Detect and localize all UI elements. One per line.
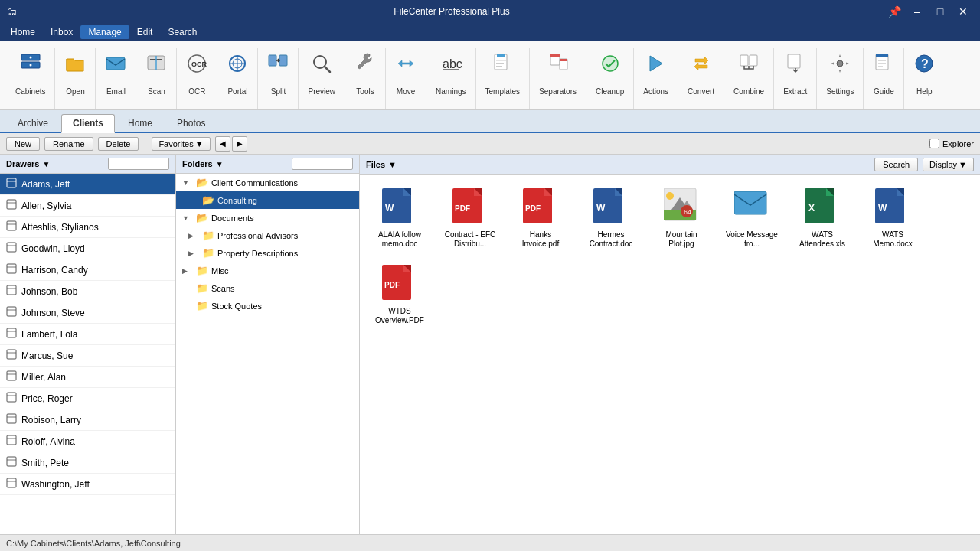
drawer-label: Robison, Larry: [21, 415, 81, 425]
tab-home[interactable]: Home: [116, 114, 164, 132]
new-button[interactable]: New: [6, 137, 40, 151]
explorer-check[interactable]: Explorer: [929, 139, 974, 148]
file-icon-wrap: W: [873, 187, 913, 227]
drawers-search-input[interactable]: [108, 158, 169, 170]
ribbon-separators-button[interactable]: Separators: [533, 48, 583, 97]
drawer-item-washington[interactable]: Washington, Jeff: [0, 474, 175, 495]
svg-marker-29: [650, 56, 662, 71]
ribbon-move-button[interactable]: Move: [389, 48, 423, 97]
ribbon-scan-button[interactable]: Scan: [139, 48, 173, 97]
folder-label: Stock Quotes: [211, 302, 262, 311]
drawer-item-goodwin[interactable]: Goodwin, Lloyd: [0, 238, 175, 259]
ribbon-help-button[interactable]: ? Help: [907, 48, 941, 97]
drawer-label: Harrison, Candy: [21, 265, 88, 276]
ribbon-tools-button[interactable]: Tools: [348, 48, 382, 97]
pin-button[interactable]: 📌: [884, 4, 905, 19]
rename-button[interactable]: Rename: [44, 137, 93, 151]
ribbon-settings-button[interactable]: Settings: [820, 48, 860, 97]
drawer-item-adams-jeff[interactable]: Adams, Jeff: [0, 174, 175, 195]
drawer-item-johnson-steve[interactable]: Johnson, Steve: [0, 302, 175, 324]
file-item-hermes-contract[interactable]: W Hermes Contract.doc: [580, 184, 642, 252]
drawer-label: Smith, Pete: [21, 458, 69, 468]
svg-rect-4: [106, 57, 125, 70]
ribbon-portal-button[interactable]: Portal: [220, 48, 254, 97]
ribbon-ocr-button[interactable]: OCR OCR: [180, 48, 214, 97]
drawer-item-atteshlis[interactable]: Atteshlis, Stylianos: [0, 217, 175, 238]
menu-search[interactable]: Search: [160, 25, 204, 39]
folder-expand-icon[interactable]: ▼: [182, 214, 193, 222]
files-expand-button[interactable]: ▼: [388, 160, 397, 169]
file-item-wtds-overview[interactable]: PDF WTDS Overview.PDF: [369, 261, 430, 328]
drawer-item-miller[interactable]: Miller, Alan: [0, 367, 175, 388]
drawer-item-roloff[interactable]: Roloff, Alvina: [0, 431, 175, 452]
drawer-item-harrison[interactable]: Harrison, Candy: [0, 259, 175, 281]
drawer-item-smith[interactable]: Smith, Pete: [0, 452, 175, 474]
files-display-button[interactable]: Display ▼: [923, 158, 974, 171]
svg-rect-54: [7, 307, 16, 316]
drawer-item-lambert[interactable]: Lambert, Lola: [0, 324, 175, 345]
folder-item-property-descriptions[interactable]: ▶ 📁 Property Descriptions: [176, 244, 359, 262]
folder-item-client-communications[interactable]: ▼ 📂 Client Communications: [176, 174, 359, 191]
ribbon-cleanup-button[interactable]: Cleanup: [590, 48, 630, 97]
ribbon-extract-button[interactable]: Extract: [777, 48, 813, 97]
folders-expand-button[interactable]: ▼: [216, 160, 224, 168]
folder-expand-icon[interactable]: ▶: [188, 249, 199, 257]
ribbon-convert-button[interactable]: Convert: [681, 48, 720, 97]
tab-clients[interactable]: Clients: [61, 114, 115, 133]
folder-item-consulting[interactable]: 📂 Consulting: [176, 191, 359, 209]
folder-item-stock-quotes[interactable]: 📁 Stock Quotes: [176, 297, 359, 315]
extract-icon: [785, 53, 806, 80]
drawers-expand-button[interactable]: ▼: [42, 160, 50, 168]
favorites-button[interactable]: Favorites ▼: [152, 137, 210, 151]
close-button[interactable]: ✕: [952, 4, 974, 19]
convert-label: Convert: [688, 87, 714, 96]
tab-archive[interactable]: Archive: [6, 114, 60, 132]
ribbon-templates-button[interactable]: Templates: [479, 48, 527, 97]
drawer-item-price[interactable]: Price, Roger: [0, 388, 175, 409]
file-item-alaia-memo[interactable]: W ALAIA follow memo.doc: [369, 184, 430, 252]
folder-expand-icon[interactable]: ▶: [182, 267, 193, 275]
nav-back-button[interactable]: ◀: [215, 136, 230, 152]
files-search-button[interactable]: Search: [874, 158, 918, 171]
ribbon-email-button[interactable]: Email: [99, 48, 132, 97]
drawer-item-allen-sylvia[interactable]: Allen, Sylvia: [0, 195, 175, 217]
file-item-wats-attendees[interactable]: X WATS Attendees.xls: [792, 184, 853, 252]
file-item-hanks-invoice[interactable]: PDF Hanks Invoice.pdf: [510, 184, 571, 252]
drawer-item-marcus[interactable]: Marcus, Sue: [0, 345, 175, 367]
maximize-button[interactable]: □: [929, 4, 951, 19]
menu-manage[interactable]: Manage: [80, 25, 129, 39]
ribbon-group-separators: Separators: [530, 48, 586, 109]
ribbon-preview-button[interactable]: Preview: [302, 48, 341, 97]
menu-inbox[interactable]: Inbox: [43, 25, 80, 39]
folder-item-scans[interactable]: 📁 Scans: [176, 279, 359, 297]
folder-item-documents[interactable]: ▼ 📂 Documents: [176, 209, 359, 227]
explorer-checkbox[interactable]: [929, 139, 939, 148]
nav-forward-button[interactable]: ▶: [232, 136, 247, 152]
menu-edit[interactable]: Edit: [129, 25, 161, 39]
folder-expand-icon[interactable]: ▼: [182, 179, 193, 187]
file-item-mountain-plot[interactable]: 64 Mountain Plot.jpg: [651, 184, 712, 252]
ribbon-combine-button[interactable]: Combine: [727, 48, 770, 97]
file-item-contract-efc[interactable]: PDF Contract - EFC Distribu...: [439, 184, 501, 252]
folder-expand-icon[interactable]: ▶: [188, 232, 199, 240]
word-doc-icon: W: [875, 188, 910, 227]
folders-search-input[interactable]: [292, 158, 353, 170]
folder-item-misc[interactable]: ▶ 📁 Misc: [176, 262, 359, 279]
delete-button[interactable]: Delete: [98, 137, 139, 151]
drawer-icon: [6, 178, 17, 191]
ribbon-guide-button[interactable]: Guide: [867, 48, 900, 97]
file-item-voice-message[interactable]: Voice Message fro...: [721, 184, 782, 252]
drawer-item-robison[interactable]: Robison, Larry: [0, 409, 175, 431]
ribbon-actions-button[interactable]: Actions: [637, 48, 675, 97]
folder-item-professional-advisors[interactable]: ▶ 📁 Professional Advisors: [176, 227, 359, 244]
tab-photos[interactable]: Photos: [165, 114, 217, 132]
ribbon-cabinets-button[interactable]: Cabinets: [9, 48, 51, 97]
file-item-wats-memo[interactable]: W WATS Memo.docx: [862, 184, 923, 252]
drawer-item-johnson-bob[interactable]: Johnson, Bob: [0, 281, 175, 302]
menu-home[interactable]: Home: [3, 25, 43, 39]
svg-text:W: W: [596, 203, 606, 214]
minimize-button[interactable]: –: [906, 4, 928, 19]
ribbon-split-button[interactable]: Split: [261, 48, 295, 97]
ribbon-open-button[interactable]: Open: [58, 48, 92, 97]
ribbon-namings-button[interactable]: abc Namings: [430, 48, 472, 97]
